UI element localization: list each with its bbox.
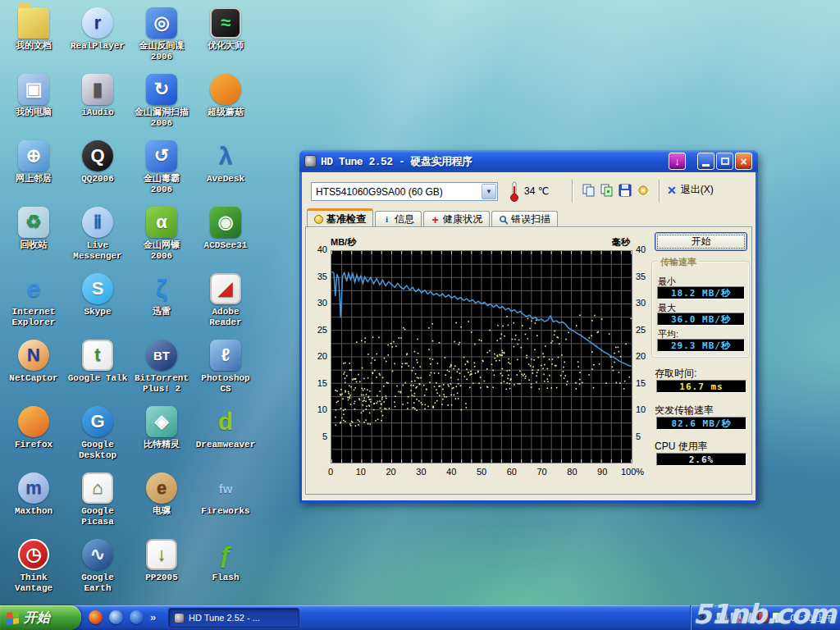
desktop-icon-live-messenger[interactable]: ⅱLive Messenger: [66, 203, 130, 270]
desktop-icon-kingsoft-duba[interactable]: ↺金山毒霸 2006: [130, 137, 194, 203]
bulb-icon: [314, 215, 323, 224]
desktop-icon-acdsee31[interactable]: ◉ACDSee31: [194, 203, 258, 270]
desktop-icon-realplayer[interactable]: rRealPlayer: [66, 4, 130, 71]
emule-icon: e: [146, 472, 177, 504]
desktop-icon-flash[interactable]: ƒFlash: [194, 536, 258, 602]
firefox-icon: [18, 406, 49, 437]
start-benchmark-label: 开始: [692, 235, 711, 249]
acdsee31-icon: ◉: [210, 207, 241, 238]
desktop-icon-bitspirit[interactable]: ◈比特精灵: [130, 403, 194, 469]
copy-text-button[interactable]: [580, 181, 598, 199]
minimize-button[interactable]: [697, 153, 714, 170]
options-icon[interactable]: [634, 181, 652, 199]
desktop-icon-kingsoft-antispy[interactable]: ◎金山反间谍 2006: [130, 4, 194, 71]
transfer-rate-group: 传输速率 最小 18.2 MB/秒 最大 36.0 MB/秒 平均: 29.3 …: [651, 261, 750, 358]
desktop-icon-adobe-reader[interactable]: ◢Adobe Reader: [194, 270, 258, 336]
desktop-icon-iaudio[interactable]: ▮iAudio: [66, 71, 130, 137]
desktop-icon-firefox[interactable]: Firefox: [2, 403, 66, 469]
xunlei-label: 迅雷: [153, 307, 171, 317]
start-button[interactable]: 开始: [0, 605, 81, 630]
adobe-reader-label: Adobe Reader: [194, 307, 257, 327]
desktop-icon-bittorrent-plus[interactable]: BTBitTorrent Plus! 2: [130, 336, 194, 403]
y-axis-left-title: MB/秒: [331, 236, 356, 249]
avg-value: 29.3 MB/秒: [657, 339, 745, 352]
desktop-icon-recycle-bin[interactable]: ♻回收站: [2, 203, 66, 270]
start-benchmark-button[interactable]: 开始: [655, 232, 747, 251]
pp2005-icon: ↓: [146, 539, 177, 570]
burst-rate-label: 突发传输速率: [655, 404, 714, 418]
tab-strip: 基准检查i信息+健康状况错误扫描: [307, 208, 559, 227]
min-value: 18.2 MB/秒: [657, 286, 745, 299]
think-vantage-label: Think Vantage: [2, 573, 65, 593]
adobe-reader-icon: ◢: [210, 273, 241, 304]
desktop-icon-photoshop-cs[interactable]: ℓPhotoshop CS: [194, 336, 258, 403]
drive-select[interactable]: HTS541060G9SA00 (60 GB) ▼: [311, 182, 498, 201]
my-computer-icon: ▣: [18, 74, 49, 105]
maximize-button[interactable]: [716, 153, 733, 170]
avedesk-icon: λ: [210, 140, 241, 171]
exit-button[interactable]: ✕ 退出(X): [667, 183, 714, 197]
quick-launch-overflow-chevron[interactable]: »: [150, 611, 156, 623]
desktop-icon-xunlei[interactable]: ζ迅雷: [130, 270, 194, 336]
firefox-quick-icon[interactable]: [89, 610, 103, 624]
tab-错误扫描[interactable]: 错误扫描: [491, 211, 558, 227]
desktop-icon-super-mushroom[interactable]: 超级蘑菇: [194, 71, 258, 137]
exit-label: 退出(X): [681, 183, 714, 197]
tab-基准检查[interactable]: 基准检查: [307, 208, 373, 227]
toolbar-separator: [572, 180, 573, 203]
desktop-icon-my-computer[interactable]: ▣我的电脑: [2, 71, 66, 137]
close-button[interactable]: ×: [735, 153, 752, 170]
ie-quick-icon[interactable]: [130, 610, 144, 624]
x-tick-90: 90: [587, 467, 618, 477]
chevron-down-icon[interactable]: ▼: [482, 184, 496, 199]
firefox-label: Firefox: [15, 440, 52, 450]
desktop-icon-skype[interactable]: SSkype: [66, 270, 130, 336]
desktop-icon-google-talk[interactable]: tGoogle Talk: [66, 336, 130, 403]
desktop-icon-youhua-dashi[interactable]: ≈优化大师: [194, 4, 258, 71]
desktop-icon-google-earth[interactable]: ∿Google Earth: [66, 536, 130, 602]
tab-label: 健康状况: [443, 212, 482, 226]
skype-icon: S: [82, 273, 113, 304]
tab-label: 信息: [395, 212, 414, 226]
desktop-icon-google-desktop[interactable]: GGoogle Desktop: [66, 403, 130, 469]
desktop-icon-pp2005[interactable]: ↓PP2005: [130, 536, 194, 602]
live-messenger-icon: ⅱ: [82, 207, 113, 238]
burst-rate-value: 82.6 MB/秒: [656, 417, 746, 430]
desktop-icon-think-vantage[interactable]: ◷Think Vantage: [2, 536, 66, 602]
photoshop-cs-icon: ℓ: [210, 340, 241, 371]
desktop-icon-fireworks[interactable]: fwFireworks: [194, 469, 258, 536]
desktop-icon-dreamweaver[interactable]: dDreamweaver: [194, 403, 258, 469]
maxthon-quick-icon[interactable]: [109, 610, 123, 624]
desktop-icon-internet-explorer[interactable]: eInternet Explorer: [2, 270, 66, 336]
desktop-icon-network-places[interactable]: ⊕网上邻居: [2, 137, 66, 203]
x-tick-100%: 100%: [617, 467, 648, 477]
desktop-icon-kingsoft-scan[interactable]: ↻金山漏洞扫描 2006: [130, 71, 194, 137]
hdtune-titlebar[interactable]: HD Tune 2.52 - 硬盘实用程序 ↓ ×: [299, 150, 758, 172]
maxthon-label: Maxthon: [15, 506, 52, 517]
tab-健康状况[interactable]: +健康状况: [423, 211, 490, 227]
desktop-icon-qq2006[interactable]: QQQ2006: [66, 137, 130, 203]
copy-image-button[interactable]: [598, 181, 616, 199]
hdtune-taskbar-button[interactable]: HD Tune 2.52 - ...: [168, 608, 299, 628]
xunlei-icon: ζ: [146, 273, 177, 304]
flash-icon: ƒ: [210, 539, 241, 570]
desktop-icon-kingsoft-netguard[interactable]: α金山网镖 2006: [130, 203, 194, 270]
avedesk-label: AveDesk: [207, 174, 244, 185]
desktop-icon-avedesk[interactable]: λAveDesk: [194, 137, 258, 203]
desktop-icon-maxthon[interactable]: mMaxthon: [2, 469, 66, 536]
x-tick-70: 70: [527, 467, 558, 477]
x-tick-20: 20: [376, 467, 407, 477]
think-vantage-icon: ◷: [18, 539, 49, 570]
desktop-icon-google-picasa[interactable]: ⌂Google Picasa: [66, 469, 130, 536]
super-mushroom-label: 超级蘑菇: [208, 107, 244, 118]
skin-download-button[interactable]: ↓: [669, 153, 686, 170]
desktop-icon-emule[interactable]: e电骡: [130, 469, 194, 536]
desktop-icon-my-documents[interactable]: 我的文档: [2, 4, 66, 71]
tab-信息[interactable]: i信息: [375, 211, 422, 227]
tab-label: 错误扫描: [511, 212, 550, 226]
y-tick-left-15: 15: [308, 378, 327, 388]
save-icon[interactable]: [616, 181, 634, 199]
desktop-icon-netcaptor[interactable]: NNetCaptor: [2, 336, 66, 403]
google-earth-label: Google Earth: [66, 573, 129, 593]
my-documents-label: 我的文档: [16, 41, 52, 52]
